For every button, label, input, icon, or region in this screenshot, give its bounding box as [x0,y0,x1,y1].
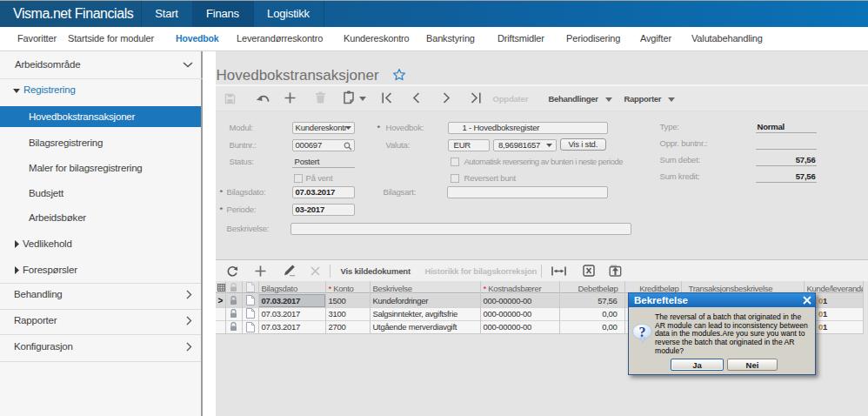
svg-text:?: ? [638,324,645,339]
